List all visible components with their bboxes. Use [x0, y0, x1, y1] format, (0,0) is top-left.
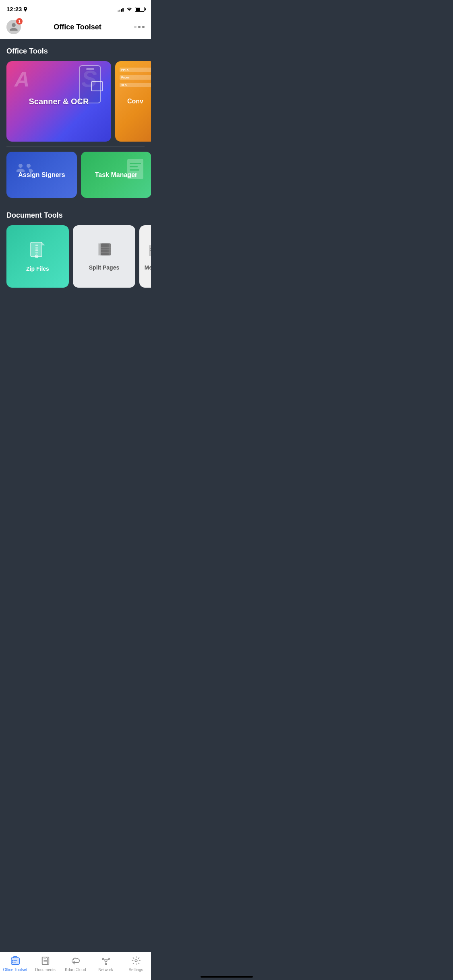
task-manager-label: Task Manager: [81, 171, 151, 179]
split-icon: [96, 243, 112, 260]
svg-rect-1: [130, 163, 141, 164]
section-divider-2: [6, 203, 145, 203]
page-title: Office Toolset: [54, 23, 101, 31]
merge-icon: [148, 243, 151, 260]
svg-rect-3: [130, 169, 139, 171]
converter-label: Conv: [115, 98, 151, 105]
assign-signers-card[interactable]: Assign Signers: [6, 152, 77, 198]
status-time: 12:23: [6, 6, 22, 12]
status-icons: [118, 7, 145, 12]
zip-files-label: Zip Files: [26, 266, 49, 272]
merge-pages-label: Merge P: [145, 264, 151, 271]
dot-3: [142, 26, 145, 28]
section-divider-1: [6, 146, 145, 147]
battery-icon: [135, 7, 145, 12]
wifi-icon: [126, 7, 132, 12]
svg-rect-2: [130, 166, 138, 167]
signal-icon: [118, 7, 124, 12]
main-content: Office Tools A S Scanner & OCR PPTX Page…: [0, 39, 151, 328]
office-tools-row1: A S Scanner & OCR PPTX Pages XLS Conv: [6, 61, 145, 142]
scan-bracket: [91, 81, 103, 91]
converter-card-partial[interactable]: PPTX Pages XLS Conv: [115, 61, 151, 142]
more-button[interactable]: [134, 26, 145, 28]
nav-header: 1 Office Toolset: [0, 16, 151, 39]
svg-point-9: [35, 255, 38, 258]
converter-badges: PPTX Pages XLS: [117, 65, 151, 90]
badge-pages: Pages: [120, 75, 151, 80]
document-tools-title: Document Tools: [6, 211, 145, 220]
badge-pptx: PPTX: [120, 68, 151, 72]
svg-rect-8: [35, 252, 38, 253]
notification-badge: 1: [16, 18, 23, 25]
office-tools-row2: Assign Signers Task Manager: [6, 152, 145, 198]
avatar-button[interactable]: 1: [6, 20, 21, 34]
dot-2: [138, 26, 141, 28]
location-icon: [23, 7, 27, 12]
svg-rect-12: [101, 243, 111, 255]
scanner-deco-a: A: [14, 67, 30, 91]
office-tools-section: Office Tools A S Scanner & OCR PPTX Page…: [6, 47, 145, 198]
zip-icon: [30, 241, 46, 261]
badge-xls: XLS: [120, 83, 151, 87]
svg-rect-5: [35, 245, 38, 246]
scanner-ocr-label: Scanner & OCR: [6, 97, 111, 106]
office-tools-title: Office Tools: [6, 47, 145, 56]
task-manager-card[interactable]: Task Manager: [81, 152, 151, 198]
split-pages-label: Split Pages: [89, 264, 119, 271]
zip-files-card[interactable]: Zip Files: [6, 225, 69, 288]
split-pages-card[interactable]: Split Pages: [73, 225, 135, 288]
merge-pages-card-partial[interactable]: Merge P: [139, 225, 151, 288]
scanner-ocr-card[interactable]: A S Scanner & OCR: [6, 61, 111, 142]
document-tools-section: Document Tools Zip Files: [6, 211, 145, 288]
dot-1: [134, 26, 137, 28]
doc-tools-row: Zip Files Split Pages: [6, 225, 145, 288]
status-bar: 12:23: [0, 0, 151, 16]
svg-rect-7: [35, 249, 38, 251]
svg-rect-6: [35, 247, 38, 249]
assign-signers-label: Assign Signers: [6, 171, 77, 179]
